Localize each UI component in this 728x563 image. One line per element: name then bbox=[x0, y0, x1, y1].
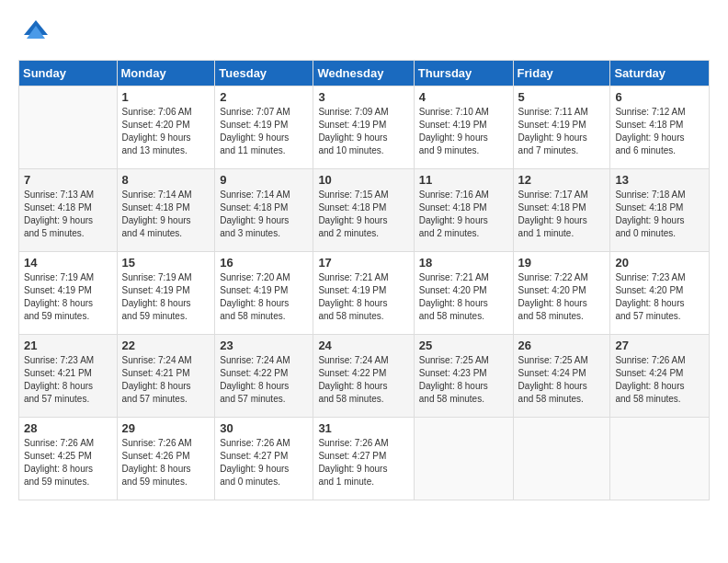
day-number: 15 bbox=[122, 256, 210, 270]
day-number: 11 bbox=[419, 173, 508, 187]
calendar-day-cell: 28Sunrise: 7:26 AM Sunset: 4:25 PM Dayli… bbox=[19, 418, 118, 500]
day-number: 13 bbox=[615, 173, 704, 187]
day-info: Sunrise: 7:11 AM Sunset: 4:19 PM Dayligh… bbox=[518, 106, 606, 157]
day-info: Sunrise: 7:07 AM Sunset: 4:19 PM Dayligh… bbox=[220, 106, 308, 157]
day-info: Sunrise: 7:21 AM Sunset: 4:20 PM Dayligh… bbox=[419, 271, 508, 323]
calendar-day-header: Tuesday bbox=[215, 61, 313, 86]
calendar-day-cell: 8Sunrise: 7:14 AM Sunset: 4:18 PM Daylig… bbox=[117, 169, 215, 252]
day-info: Sunrise: 7:18 AM Sunset: 4:18 PM Dayligh… bbox=[615, 189, 704, 240]
day-info: Sunrise: 7:10 AM Sunset: 4:19 PM Dayligh… bbox=[419, 106, 508, 157]
day-number: 16 bbox=[220, 256, 308, 270]
calendar-table: SundayMondayTuesdayWednesdayThursdayFrid… bbox=[18, 60, 710, 500]
calendar-day-cell: 11Sunrise: 7:16 AM Sunset: 4:18 PM Dayli… bbox=[414, 169, 513, 252]
calendar-day-cell: 1Sunrise: 7:06 AM Sunset: 4:20 PM Daylig… bbox=[117, 86, 215, 169]
day-number: 23 bbox=[220, 339, 308, 352]
calendar-day-header: Wednesday bbox=[313, 61, 414, 86]
day-info: Sunrise: 7:19 AM Sunset: 4:19 PM Dayligh… bbox=[122, 271, 210, 323]
calendar-day-cell: 26Sunrise: 7:25 AM Sunset: 4:24 PM Dayli… bbox=[513, 335, 610, 418]
logo-icon bbox=[22, 18, 50, 46]
day-info: Sunrise: 7:12 AM Sunset: 4:18 PM Dayligh… bbox=[615, 106, 704, 157]
day-info: Sunrise: 7:06 AM Sunset: 4:20 PM Dayligh… bbox=[122, 106, 210, 157]
calendar-day-cell: 17Sunrise: 7:21 AM Sunset: 4:19 PM Dayli… bbox=[313, 252, 414, 335]
day-info: Sunrise: 7:25 AM Sunset: 4:23 PM Dayligh… bbox=[419, 354, 508, 406]
calendar-day-cell: 16Sunrise: 7:20 AM Sunset: 4:19 PM Dayli… bbox=[215, 252, 313, 335]
calendar-day-cell: 2Sunrise: 7:07 AM Sunset: 4:19 PM Daylig… bbox=[215, 86, 313, 169]
calendar-day-cell: 19Sunrise: 7:22 AM Sunset: 4:20 PM Dayli… bbox=[513, 252, 610, 335]
calendar-week-row: 7Sunrise: 7:13 AM Sunset: 4:18 PM Daylig… bbox=[19, 169, 710, 252]
calendar-day-cell bbox=[19, 86, 118, 169]
day-number: 29 bbox=[122, 421, 210, 435]
day-number: 2 bbox=[220, 90, 308, 104]
calendar-day-cell: 31Sunrise: 7:26 AM Sunset: 4:27 PM Dayli… bbox=[313, 418, 414, 500]
calendar-day-cell: 15Sunrise: 7:19 AM Sunset: 4:19 PM Dayli… bbox=[117, 252, 215, 335]
day-number: 30 bbox=[220, 421, 308, 435]
calendar-day-cell: 24Sunrise: 7:24 AM Sunset: 4:22 PM Dayli… bbox=[313, 335, 414, 418]
day-info: Sunrise: 7:26 AM Sunset: 4:25 PM Dayligh… bbox=[24, 437, 112, 488]
day-info: Sunrise: 7:20 AM Sunset: 4:19 PM Dayligh… bbox=[220, 271, 308, 323]
calendar-day-cell: 13Sunrise: 7:18 AM Sunset: 4:18 PM Dayli… bbox=[610, 169, 710, 252]
day-number: 25 bbox=[419, 339, 508, 352]
calendar-week-row: 14Sunrise: 7:19 AM Sunset: 4:19 PM Dayli… bbox=[19, 252, 710, 335]
calendar-day-header: Friday bbox=[513, 61, 610, 86]
day-info: Sunrise: 7:16 AM Sunset: 4:18 PM Dayligh… bbox=[419, 189, 508, 240]
day-number: 1 bbox=[122, 90, 210, 104]
day-info: Sunrise: 7:15 AM Sunset: 4:18 PM Dayligh… bbox=[318, 189, 408, 240]
calendar-day-header: Sunday bbox=[19, 61, 118, 86]
day-info: Sunrise: 7:24 AM Sunset: 4:22 PM Dayligh… bbox=[220, 354, 308, 406]
calendar-day-cell: 18Sunrise: 7:21 AM Sunset: 4:20 PM Dayli… bbox=[414, 252, 513, 335]
calendar-week-row: 28Sunrise: 7:26 AM Sunset: 4:25 PM Dayli… bbox=[19, 418, 710, 500]
day-info: Sunrise: 7:23 AM Sunset: 4:20 PM Dayligh… bbox=[615, 271, 704, 323]
calendar-day-cell: 14Sunrise: 7:19 AM Sunset: 4:19 PM Dayli… bbox=[19, 252, 118, 335]
calendar-week-row: 1Sunrise: 7:06 AM Sunset: 4:20 PM Daylig… bbox=[19, 86, 710, 169]
day-number: 9 bbox=[220, 173, 308, 187]
calendar-day-cell: 6Sunrise: 7:12 AM Sunset: 4:18 PM Daylig… bbox=[610, 86, 710, 169]
calendar-day-header: Saturday bbox=[610, 61, 710, 86]
day-info: Sunrise: 7:24 AM Sunset: 4:21 PM Dayligh… bbox=[122, 354, 210, 406]
day-info: Sunrise: 7:22 AM Sunset: 4:20 PM Dayligh… bbox=[518, 271, 606, 323]
day-number: 10 bbox=[318, 173, 408, 187]
day-number: 20 bbox=[615, 256, 704, 270]
calendar-day-cell: 3Sunrise: 7:09 AM Sunset: 4:19 PM Daylig… bbox=[313, 86, 414, 169]
day-number: 6 bbox=[615, 90, 704, 104]
day-number: 21 bbox=[24, 339, 112, 352]
calendar-day-cell: 21Sunrise: 7:23 AM Sunset: 4:21 PM Dayli… bbox=[19, 335, 118, 418]
calendar-day-cell: 29Sunrise: 7:26 AM Sunset: 4:26 PM Dayli… bbox=[117, 418, 215, 500]
day-info: Sunrise: 7:24 AM Sunset: 4:22 PM Dayligh… bbox=[318, 354, 408, 406]
calendar-day-cell: 10Sunrise: 7:15 AM Sunset: 4:18 PM Dayli… bbox=[313, 169, 414, 252]
day-number: 19 bbox=[518, 256, 606, 270]
day-info: Sunrise: 7:13 AM Sunset: 4:18 PM Dayligh… bbox=[24, 189, 112, 240]
day-info: Sunrise: 7:19 AM Sunset: 4:19 PM Dayligh… bbox=[24, 271, 112, 323]
day-info: Sunrise: 7:26 AM Sunset: 4:26 PM Dayligh… bbox=[122, 437, 210, 488]
day-info: Sunrise: 7:26 AM Sunset: 4:27 PM Dayligh… bbox=[220, 437, 308, 488]
day-number: 18 bbox=[419, 256, 508, 270]
calendar-day-cell: 4Sunrise: 7:10 AM Sunset: 4:19 PM Daylig… bbox=[414, 86, 513, 169]
day-number: 24 bbox=[318, 339, 408, 352]
day-number: 27 bbox=[615, 339, 704, 352]
day-number: 12 bbox=[518, 173, 606, 187]
calendar-day-header: Monday bbox=[117, 61, 215, 86]
calendar-day-cell bbox=[414, 418, 513, 500]
calendar-day-cell: 12Sunrise: 7:17 AM Sunset: 4:18 PM Dayli… bbox=[513, 169, 610, 252]
calendar-day-cell bbox=[513, 418, 610, 500]
calendar-day-cell: 9Sunrise: 7:14 AM Sunset: 4:18 PM Daylig… bbox=[215, 169, 313, 252]
logo bbox=[18, 18, 50, 51]
calendar-day-cell bbox=[610, 418, 710, 500]
calendar-day-cell: 22Sunrise: 7:24 AM Sunset: 4:21 PM Dayli… bbox=[117, 335, 215, 418]
calendar-day-cell: 30Sunrise: 7:26 AM Sunset: 4:27 PM Dayli… bbox=[215, 418, 313, 500]
calendar-header-row: SundayMondayTuesdayWednesdayThursdayFrid… bbox=[19, 61, 710, 86]
day-info: Sunrise: 7:26 AM Sunset: 4:27 PM Dayligh… bbox=[318, 437, 408, 488]
calendar-day-cell: 5Sunrise: 7:11 AM Sunset: 4:19 PM Daylig… bbox=[513, 86, 610, 169]
day-number: 22 bbox=[122, 339, 210, 352]
calendar-week-row: 21Sunrise: 7:23 AM Sunset: 4:21 PM Dayli… bbox=[19, 335, 710, 418]
day-info: Sunrise: 7:17 AM Sunset: 4:18 PM Dayligh… bbox=[518, 189, 606, 240]
day-number: 3 bbox=[318, 90, 408, 104]
day-info: Sunrise: 7:23 AM Sunset: 4:21 PM Dayligh… bbox=[24, 354, 112, 406]
calendar-day-cell: 27Sunrise: 7:26 AM Sunset: 4:24 PM Dayli… bbox=[610, 335, 710, 418]
day-info: Sunrise: 7:14 AM Sunset: 4:18 PM Dayligh… bbox=[122, 189, 210, 240]
calendar-day-header: Thursday bbox=[414, 61, 513, 86]
calendar-day-cell: 23Sunrise: 7:24 AM Sunset: 4:22 PM Dayli… bbox=[215, 335, 313, 418]
day-number: 7 bbox=[24, 173, 112, 187]
calendar-day-cell: 25Sunrise: 7:25 AM Sunset: 4:23 PM Dayli… bbox=[414, 335, 513, 418]
day-info: Sunrise: 7:21 AM Sunset: 4:19 PM Dayligh… bbox=[318, 271, 408, 323]
page-header bbox=[18, 18, 710, 51]
